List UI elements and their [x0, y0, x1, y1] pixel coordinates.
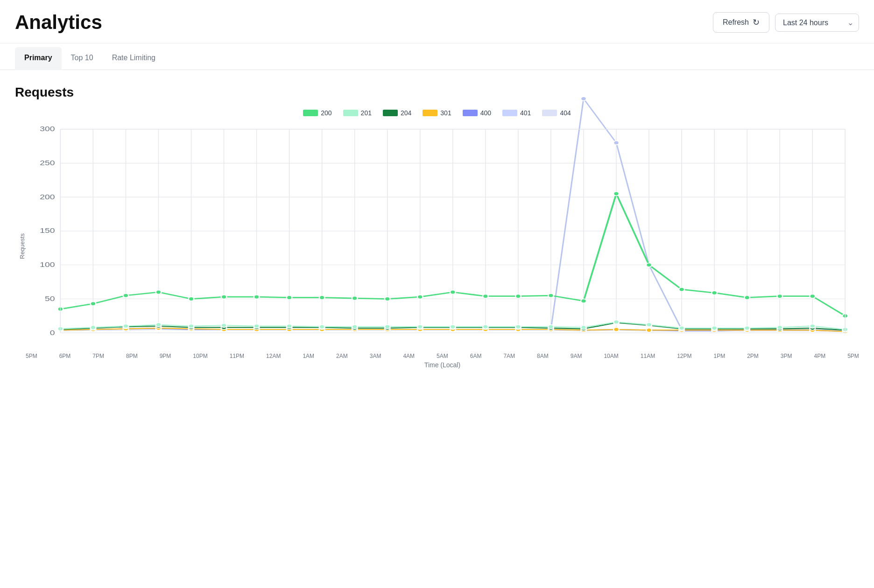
svg-point-177: [483, 325, 488, 329]
legend-item-301: 301: [423, 109, 451, 117]
svg-point-201: [450, 290, 456, 294]
svg-point-179: [548, 325, 554, 329]
refresh-button[interactable]: Refresh ↻: [713, 12, 769, 33]
x-label: 12AM: [266, 353, 281, 359]
tab-top10[interactable]: Top 10: [62, 47, 103, 70]
legend-label-400: 400: [480, 109, 491, 117]
svg-point-166: [123, 324, 128, 328]
x-label: 1AM: [303, 353, 314, 359]
svg-point-182: [646, 322, 652, 327]
svg-point-211: [777, 294, 782, 298]
svg-point-206: [613, 192, 619, 196]
legend-item-401: 401: [502, 109, 531, 117]
tab-primary[interactable]: Primary: [15, 47, 62, 70]
svg-point-205: [581, 299, 586, 303]
x-label: 7AM: [503, 353, 515, 359]
tab-rate-limiting[interactable]: Rate Limiting: [103, 47, 165, 70]
chart-wrapper: Requests 050100150200250300 5PM6PM7PM8PM…: [15, 124, 859, 369]
chart-area: 050100150200250300 5PM6PM7PM8PM9PM10PM11…: [26, 124, 859, 369]
svg-point-175: [417, 325, 423, 329]
legend-color-404: [542, 110, 557, 116]
svg-point-203: [515, 294, 521, 298]
legend-color-301: [423, 110, 437, 116]
legend-color-201: [343, 110, 358, 116]
x-label: 3PM: [781, 353, 792, 359]
legend-color-204: [383, 110, 398, 116]
svg-point-208: [679, 287, 684, 292]
header-controls: Refresh ↻ Last 24 hours Last 7 days Last…: [713, 12, 859, 33]
x-label: 11AM: [641, 353, 655, 359]
svg-point-200: [417, 295, 423, 299]
svg-point-194: [221, 295, 227, 299]
x-label: 9PM: [160, 353, 171, 359]
x-axis-title: Time (Local): [26, 361, 859, 369]
svg-point-184: [712, 326, 717, 330]
svg-point-176: [450, 325, 456, 329]
x-label: 11PM: [230, 353, 244, 359]
legend-label-301: 301: [440, 109, 451, 117]
svg-point-199: [385, 297, 390, 301]
x-label: 6AM: [470, 353, 482, 359]
x-label: 5PM: [847, 353, 859, 359]
svg-point-191: [123, 294, 128, 298]
refresh-icon: ↻: [753, 17, 760, 28]
legend-item-404: 404: [542, 109, 571, 117]
svg-point-174: [385, 325, 390, 329]
svg-point-190: [90, 301, 96, 306]
legend-color-400: [463, 110, 478, 116]
svg-point-192: [156, 290, 162, 294]
legend-color-401: [502, 110, 517, 116]
chart-title: Requests: [15, 85, 859, 100]
legend-label-404: 404: [560, 109, 571, 117]
page-header: Analytics Refresh ↻ Last 24 hours Last 7…: [0, 0, 874, 43]
legend-item-204: 204: [383, 109, 411, 117]
svg-point-173: [352, 325, 358, 329]
x-label: 5AM: [437, 353, 448, 359]
time-select[interactable]: Last 24 hours Last 7 days Last 30 days: [775, 14, 859, 32]
x-label: 2PM: [747, 353, 759, 359]
svg-point-168: [189, 324, 194, 328]
svg-text:250: 250: [40, 159, 55, 167]
svg-point-186: [777, 325, 782, 329]
svg-point-204: [548, 294, 554, 298]
x-label: 8AM: [537, 353, 549, 359]
tab-bar: Primary Top 10 Rate Limiting: [0, 47, 874, 70]
x-label: 1PM: [713, 353, 725, 359]
x-label: 9AM: [571, 353, 582, 359]
svg-text:100: 100: [40, 261, 55, 269]
chart-container: 200201204301400401404 Requests 050100150…: [15, 109, 859, 369]
chart-svg: 050100150200250300: [26, 124, 859, 348]
legend-label-401: 401: [520, 109, 531, 117]
legend-item-200: 200: [303, 109, 331, 117]
svg-point-167: [156, 322, 162, 327]
svg-point-181: [613, 320, 619, 324]
svg-point-169: [221, 323, 227, 328]
legend-label-201: 201: [361, 109, 372, 117]
svg-point-171: [287, 324, 292, 328]
svg-point-202: [483, 294, 488, 298]
x-label: 3AM: [370, 353, 381, 359]
legend-color-200: [303, 110, 318, 116]
svg-point-81: [613, 141, 619, 145]
x-label: 7PM: [92, 353, 104, 359]
x-axis-labels: 5PM6PM7PM8PM9PM10PM11PM12AM1AM2AM3AM4AM5…: [26, 350, 859, 359]
x-label: 10AM: [604, 353, 618, 359]
svg-point-210: [744, 295, 750, 300]
x-label: 4AM: [403, 353, 415, 359]
svg-point-165: [90, 325, 96, 329]
svg-text:0: 0: [50, 329, 55, 336]
svg-point-132: [646, 328, 652, 332]
svg-text:150: 150: [40, 227, 55, 235]
x-label: 6PM: [59, 353, 71, 359]
svg-point-170: [254, 324, 260, 328]
svg-point-180: [581, 325, 586, 329]
x-label: 5PM: [26, 353, 37, 359]
svg-text:300: 300: [40, 126, 55, 133]
x-label: 4PM: [814, 353, 825, 359]
page-title: Analytics: [15, 11, 102, 34]
svg-point-185: [744, 326, 750, 330]
svg-text:200: 200: [40, 193, 55, 201]
svg-point-209: [712, 291, 717, 295]
svg-point-195: [254, 295, 260, 299]
y-axis-label: Requests: [15, 124, 26, 369]
